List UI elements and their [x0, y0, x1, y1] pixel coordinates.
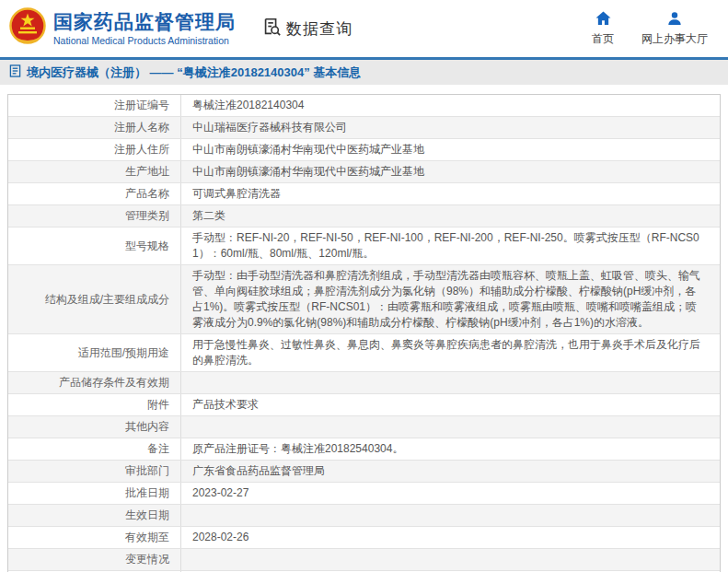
- data-query-label: 数据查询: [286, 18, 352, 40]
- breadcrumb: 境内医疗器械（注册） —— “粤械注准20182140304” 基本信息: [27, 64, 361, 81]
- home-icon: [595, 11, 611, 29]
- table-row: 批准日期 2023-02-27: [8, 483, 720, 505]
- info-table: 注册证编号 粤械注准20182140304 注册人名称 中山瑞福医疗器械科技有限…: [7, 94, 721, 572]
- row-label: 生产地址: [8, 161, 181, 182]
- row-value: 原产品注册证号：粤械注准20182540304。: [181, 438, 720, 460]
- nav-home-label: 首页: [592, 31, 614, 47]
- table-row: 有效期至 2028-02-26: [8, 527, 720, 549]
- row-value: [181, 416, 720, 438]
- row-label: 产品名称: [8, 183, 181, 204]
- table-row: 结构及组成/主要组成成分 手动型：由手动型清洗器和鼻腔清洗剂组成，手动型清洗器由…: [8, 265, 720, 334]
- data-query-section[interactable]: 数据查询: [261, 17, 352, 41]
- breadcrumb-bar: 境内医疗器械（注册） —— “粤械注准20182140304” 基本信息: [0, 57, 728, 85]
- row-value: 可调式鼻腔清洗器: [181, 183, 720, 204]
- nav-online-hall-label: 网上办事大厅: [641, 31, 708, 47]
- row-value: [181, 549, 720, 570]
- row-label: 附件: [8, 394, 181, 415]
- row-label: 结构及组成/主要组成成分: [8, 265, 181, 333]
- row-label: 审批部门: [8, 461, 181, 482]
- national-emblem-icon: [9, 7, 46, 50]
- document-icon: [9, 64, 21, 81]
- table-row: 产品储存条件及有效期: [8, 372, 720, 394]
- row-label: 注册人名称: [8, 117, 181, 138]
- table-row: 生效日期: [8, 505, 720, 527]
- table-row: 注册人名称 中山瑞福医疗器械科技有限公司: [8, 117, 720, 139]
- site-title: 国家药品监督管理局: [53, 11, 236, 33]
- row-value: 手动型：由手动型清洗器和鼻腔清洗剂组成，手动型清洗器由喷瓶容杯、喷瓶上盖、虹吸管…: [181, 265, 720, 333]
- table-row: 注册人住所 中山市南朗镇濠涌村华南现代中医药城产业基地: [8, 139, 720, 161]
- table-row: 管理类别 第二类: [8, 205, 720, 228]
- row-value: 广东省食品药品监督管理局: [181, 461, 720, 482]
- top-navigation: 首页 网上办事大厅: [592, 11, 713, 47]
- row-value: 中山瑞福医疗器械科技有限公司: [181, 117, 720, 138]
- table-row: 注册证编号 粤械注准20182140304: [8, 95, 720, 117]
- row-label: 批准日期: [8, 483, 181, 504]
- nav-online-hall[interactable]: 网上办事大厅: [641, 11, 708, 47]
- row-label: 注册人住所: [8, 139, 181, 160]
- row-value: 2023-02-27: [181, 483, 720, 504]
- row-value: 2028-02-26: [181, 527, 720, 548]
- nav-home[interactable]: 首页: [592, 11, 614, 47]
- site-title-english: National Medical Products Administration: [53, 35, 236, 46]
- data-query-icon: [261, 17, 282, 41]
- row-value: 中山市南朗镇濠涌村华南现代中医药城产业基地: [181, 161, 720, 182]
- row-label: 生效日期: [8, 505, 181, 526]
- table-row: 其他内容: [8, 416, 720, 438]
- row-value: [181, 372, 720, 393]
- row-label: 变更情况: [8, 549, 181, 570]
- row-label: 产品储存条件及有效期: [8, 372, 181, 393]
- row-value: 中山市南朗镇濠涌村华南现代中医药城产业基地: [181, 139, 720, 160]
- row-label: 其他内容: [8, 416, 181, 438]
- row-label: 型号规格: [8, 228, 181, 264]
- row-label: 注册证编号: [8, 95, 181, 116]
- table-row: 生产地址 中山市南朗镇濠涌村华南现代中医药城产业基地: [8, 161, 720, 183]
- table-row: 适用范围/预期用途 用于急慢性鼻炎、过敏性鼻炎、鼻息肉、鼻窦炎等鼻腔疾病患者的鼻…: [8, 334, 720, 372]
- row-value: 第二类: [181, 205, 720, 227]
- site-header: 国家药品监督管理局 National Medical Products Admi…: [0, 0, 728, 57]
- user-icon: [667, 11, 682, 29]
- table-row: 变更情况: [8, 549, 720, 571]
- row-value: 粤械注准20182140304: [181, 95, 720, 116]
- row-value: [181, 505, 720, 526]
- table-row: 备注 原产品注册证号：粤械注准20182540304。: [8, 438, 720, 461]
- row-value: 产品技术要求: [181, 394, 720, 415]
- row-value: 用于急慢性鼻炎、过敏性鼻炎、鼻息肉、鼻窦炎等鼻腔疾病患者的鼻腔清洗，也用于鼻炎手…: [181, 334, 720, 371]
- row-value: 手动型：REF-NI-20，REF-NI-50，REF-NI-100，REF-N…: [181, 228, 720, 264]
- table-row: 型号规格 手动型：REF-NI-20，REF-NI-50，REF-NI-100，…: [8, 228, 720, 265]
- row-label: 有效期至: [8, 527, 181, 548]
- row-label: 适用范围/预期用途: [8, 334, 181, 371]
- row-label: 管理类别: [8, 205, 181, 227]
- site-logo[interactable]: 国家药品监督管理局 National Medical Products Admi…: [9, 7, 236, 50]
- table-row: 附件 产品技术要求: [8, 394, 720, 416]
- table-row: 审批部门 广东省食品药品监督管理局: [8, 461, 720, 483]
- row-label: 备注: [8, 438, 181, 460]
- table-row: 产品名称 可调式鼻腔清洗器: [8, 183, 720, 205]
